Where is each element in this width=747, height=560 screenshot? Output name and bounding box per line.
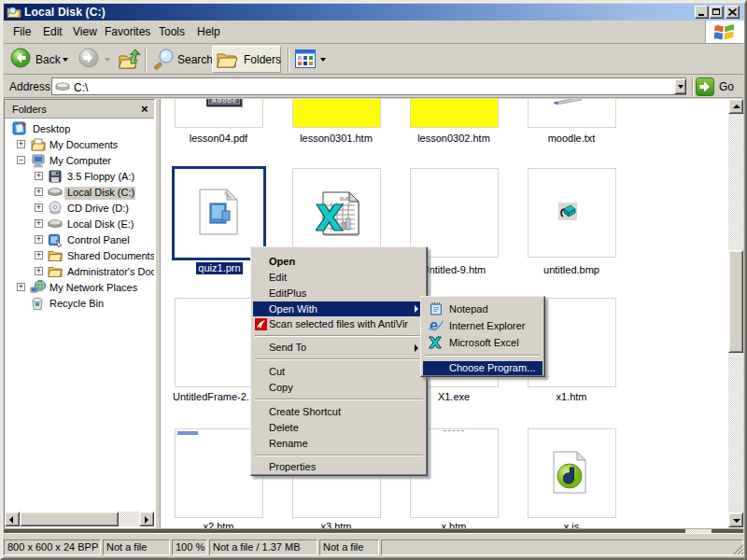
svg-text:e: e xyxy=(430,318,438,333)
